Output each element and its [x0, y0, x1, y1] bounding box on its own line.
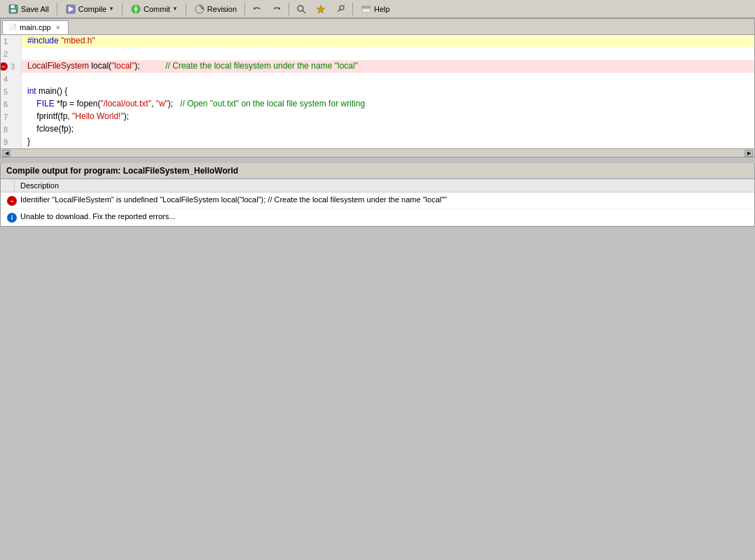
commit-button[interactable]: Commit ▼ [125, 1, 183, 17]
info-message-1: Unable to download. Fix the reported err… [20, 212, 749, 220]
horizontal-scrollbar[interactable]: ◀ ▶ [1, 148, 754, 157]
icon-column-header [1, 179, 15, 192]
code-content-3: LocalFileSystem local("local"); // Creat… [22, 60, 754, 73]
info-icon-1: i [6, 212, 20, 223]
help-icon [361, 4, 372, 15]
compile-column-headers: Description [1, 179, 754, 192]
svg-marker-15 [317, 5, 325, 13]
file-icon: 📄 [8, 24, 17, 31]
compile-icon [65, 4, 76, 15]
error-message-1: Identifier "LocalFileSystem" is undefine… [20, 195, 749, 204]
code-line-8: 8 fclose(fp); [1, 123, 754, 136]
svg-marker-11 [254, 7, 256, 10]
line-number-4: 4 [1, 73, 22, 85]
svg-rect-2 [11, 9, 16, 13]
code-line-4: 4 [1, 73, 754, 85]
line-number-9: 9 [1, 136, 22, 148]
sep-6 [352, 3, 353, 15]
code-line-6: 6 FILE *fp = fopen("/local/out.txt", "w"… [1, 98, 754, 111]
revision-button[interactable]: Revision [189, 1, 242, 17]
sep-4 [244, 3, 245, 15]
undo-button[interactable] [248, 1, 266, 17]
error-circle-icon: – [7, 196, 17, 206]
save-all-label: Save All [21, 5, 49, 13]
code-content-4 [22, 73, 754, 85]
help-button[interactable]: Help [356, 1, 395, 17]
line-number-7: 7 [1, 111, 22, 123]
line-number-6: 6 [1, 98, 22, 111]
search-icon [296, 4, 307, 15]
code-line-3: – 3 LocalFileSystem local("local"); // C… [1, 60, 754, 73]
tab-main-cpp[interactable]: 📄 main.cpp × [2, 20, 69, 34]
compile-output-title: Compile output for program: LocalFileSys… [6, 166, 238, 176]
compile-error-row-1: – Identifier "LocalFileSystem" is undefi… [1, 192, 754, 209]
search-button[interactable] [292, 1, 310, 17]
code-content-7: fprintf(fp, "Hello World!"); [22, 111, 754, 123]
editor-container: 📄 main.cpp × 1 #include "mbed.h" 2 – 3 L… [0, 18, 755, 158]
line-number-8: 8 [1, 123, 22, 136]
code-line-5: 5 int main() { [1, 85, 754, 98]
wrench-icon [335, 4, 346, 15]
compile-output-panel: Compile output for program: LocalFileSys… [0, 163, 755, 227]
svg-rect-1 [11, 5, 15, 8]
revision-icon [194, 4, 205, 15]
description-column-header: Description [15, 179, 754, 192]
scroll-left-button[interactable]: ◀ [2, 150, 11, 157]
commit-dropdown-arrow: ▼ [172, 6, 178, 12]
tab-close-button[interactable]: × [54, 23, 62, 31]
redo-button[interactable] [268, 1, 286, 17]
sep-3 [186, 3, 186, 15]
svg-rect-19 [362, 6, 370, 8]
commit-icon [130, 4, 141, 15]
revision-label: Revision [207, 5, 237, 13]
save-all-button[interactable]: Save All [3, 1, 54, 17]
code-line-9: 9 } [1, 136, 754, 148]
compile-button[interactable]: Compile ▼ [60, 1, 119, 17]
svg-line-17 [343, 5, 345, 6]
help-label: Help [374, 5, 390, 13]
code-content-1: #include "mbed.h" [22, 35, 754, 48]
sep-2 [122, 3, 123, 15]
compile-output-header: Compile output for program: LocalFileSys… [1, 163, 754, 179]
line-number-3: – 3 [1, 60, 22, 73]
line-number-2: 2 [1, 48, 22, 60]
tab-label: main.cpp [20, 23, 51, 31]
code-scroll-wrapper[interactable]: 1 #include "mbed.h" 2 – 3 LocalFileSyste… [1, 35, 754, 148]
bookmark-button[interactable] [312, 1, 330, 17]
code-content-9: } [22, 136, 754, 148]
svg-point-13 [298, 6, 303, 11]
settings-button[interactable] [331, 1, 349, 17]
line-number-5: 5 [1, 85, 22, 98]
sep-1 [57, 3, 57, 15]
code-content-8: fclose(fp); [22, 123, 754, 136]
code-line-7: 7 fprintf(fp, "Hello World!"); [1, 111, 754, 123]
redo-icon [271, 4, 282, 15]
line-error-indicator: – [1, 62, 8, 71]
save-all-icon [8, 4, 19, 15]
tab-bar: 📄 main.cpp × [1, 19, 754, 35]
code-content-5: int main() { [22, 85, 754, 98]
compile-info-row-1: i Unable to download. Fix the reported e… [1, 209, 754, 226]
info-circle-icon: i [7, 213, 17, 223]
undo-icon [251, 4, 263, 15]
compile-label: Compile [78, 5, 106, 13]
svg-line-14 [303, 10, 305, 13]
svg-marker-12 [278, 7, 280, 10]
code-content-2 [22, 48, 754, 60]
code-content-6: FILE *fp = fopen("/local/out.txt", "w");… [22, 98, 754, 111]
code-line-2: 2 [1, 48, 754, 60]
toolbar: Save All Compile ▼ Commit ▼ [0, 0, 755, 18]
section-divider [0, 158, 755, 160]
star-icon [315, 4, 326, 15]
compile-dropdown-arrow: ▼ [109, 6, 114, 12]
code-line-1: 1 #include "mbed.h" [1, 35, 754, 48]
sep-5 [289, 3, 289, 15]
svg-point-6 [134, 8, 137, 10]
commit-label: Commit [144, 5, 170, 13]
error-icon-1: – [6, 195, 20, 206]
line-number-1: 1 [1, 35, 22, 48]
scroll-right-button[interactable]: ▶ [744, 150, 753, 157]
